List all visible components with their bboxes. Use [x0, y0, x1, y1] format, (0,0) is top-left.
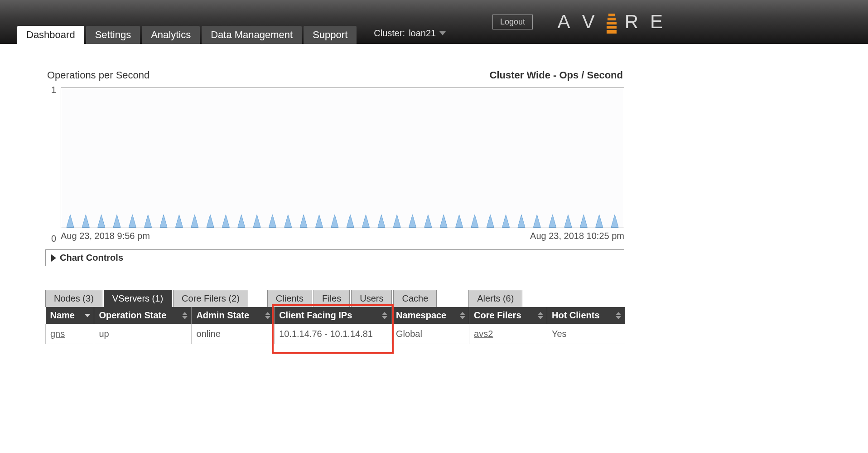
sort-icon [460, 312, 465, 319]
dtab-vservers[interactable]: VServers (1) [104, 290, 172, 307]
chart-series-line [61, 88, 624, 228]
sort-icon [182, 312, 188, 319]
col-operation-state[interactable]: Operation State [94, 307, 192, 324]
table-row: gns up online 10.1.14.76 - 10.1.14.81 Gl… [46, 324, 625, 344]
tab-dashboard[interactable]: Dashboard [17, 26, 84, 44]
data-tabs: Nodes (3) VServers (1) Core Filers (2) C… [45, 290, 623, 307]
cell-hot-clients: Yes [547, 324, 625, 344]
x-axis-start: Aug 23, 2018 9:56 pm [61, 231, 150, 241]
logo-accent-icon [607, 14, 617, 34]
chart-title-right: Cluster Wide - Ops / Second [490, 69, 623, 81]
y-axis-min: 0 [51, 234, 56, 244]
vservers-table: Name Operation State Admin State Client … [45, 307, 625, 344]
sort-icon [538, 312, 543, 319]
dropdown-icon [439, 31, 446, 35]
chart-area: 1 0 Aug 23, 2018 9:56 pm Aug 23, 2018 10… [61, 88, 623, 241]
chart-controls-toggle[interactable]: Chart Controls [45, 249, 624, 266]
expand-icon [51, 254, 56, 262]
top-header: Logout A V R E Dashboard Settings Analyt… [0, 0, 868, 44]
sort-icon [616, 312, 621, 319]
dtab-nodes[interactable]: Nodes (3) [45, 290, 102, 307]
cluster-selector[interactable]: Cluster: loan21 [374, 28, 446, 42]
primary-nav: Dashboard Settings Analytics Data Manage… [17, 26, 446, 44]
dtab-users[interactable]: Users [351, 290, 392, 307]
cluster-prefix: Cluster: [374, 28, 405, 39]
col-hot-clients[interactable]: Hot Clients [547, 307, 625, 324]
cell-namespace: Global [391, 324, 469, 344]
sort-icon [265, 312, 270, 319]
brand-logo: A V R E [558, 10, 666, 33]
tab-settings[interactable]: Settings [86, 26, 140, 44]
cell-client-facing-ips: 10.1.14.76 - 10.1.14.81 [275, 324, 391, 344]
dtab-files[interactable]: Files [313, 290, 350, 307]
chart-title-row: Operations per Second Cluster Wide - Ops… [47, 69, 623, 81]
col-client-facing-ips[interactable]: Client Facing IPs [275, 307, 391, 324]
chart-controls-label: Chart Controls [60, 253, 123, 263]
tab-data-management[interactable]: Data Management [202, 26, 302, 44]
dashboard-content: Operations per Second Cluster Wide - Ops… [0, 44, 668, 362]
logout-button[interactable]: Logout [492, 15, 533, 29]
dtab-cache[interactable]: Cache [393, 290, 437, 307]
chart-title-left: Operations per Second [47, 69, 149, 81]
col-name[interactable]: Name [46, 307, 94, 324]
corefiler-link[interactable]: avs2 [474, 329, 493, 339]
tab-support[interactable]: Support [304, 26, 357, 44]
y-axis-max: 1 [51, 85, 56, 95]
tab-analytics[interactable]: Analytics [142, 26, 200, 44]
cell-name: gns [46, 324, 94, 344]
dtab-corefilers[interactable]: Core Filers (2) [173, 290, 248, 307]
vserver-link[interactable]: gns [50, 329, 65, 339]
col-namespace[interactable]: Namespace [391, 307, 469, 324]
cell-core-filers: avs2 [469, 324, 547, 344]
cell-operation-state: up [94, 324, 192, 344]
cluster-name: loan21 [409, 28, 436, 39]
col-core-filers[interactable]: Core Filers [469, 307, 547, 324]
chart-plot[interactable] [61, 88, 624, 228]
dtab-clients[interactable]: Clients [267, 290, 312, 307]
cell-admin-state: online [192, 324, 275, 344]
x-axis-labels: Aug 23, 2018 9:56 pm Aug 23, 2018 10:25 … [61, 231, 624, 241]
sort-icon [382, 312, 387, 319]
x-axis-end: Aug 23, 2018 10:25 pm [530, 231, 624, 241]
sort-icon [85, 314, 90, 317]
col-admin-state[interactable]: Admin State [192, 307, 275, 324]
dtab-alerts[interactable]: Alerts (6) [468, 290, 522, 307]
